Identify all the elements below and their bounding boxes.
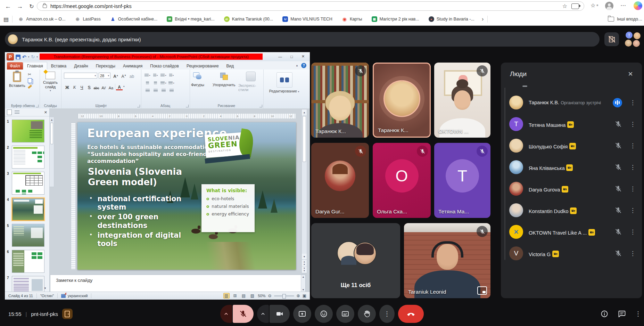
chat-icon[interactable] [618, 310, 626, 318]
zoom-out-icon[interactable]: ⊖ [268, 293, 272, 298]
overflow-tile-more-people[interactable]: Ще 11 осіб [311, 223, 400, 298]
mic-toggle-button[interactable] [233, 305, 254, 323]
tab-slideshow[interactable]: Показ слайдов [146, 62, 183, 70]
powerpoint-logo-icon[interactable]: P [7, 53, 14, 60]
meeting-details-icon[interactable] [600, 310, 609, 318]
tiles-off-icon[interactable] [604, 32, 619, 46]
scroll-down-icon[interactable]: ▼ [302, 254, 307, 260]
qat-customize-icon[interactable]: ▾ [36, 56, 38, 58]
dialog-launcher-icon[interactable] [186, 105, 189, 107]
shrink-font-icon[interactable]: A▼ [121, 72, 127, 79]
participant-row[interactable]: Яна Кліванська ⋮ [501, 156, 642, 178]
bookmark-item[interactable]: ♟ Особистий кабіне... [110, 16, 158, 22]
meeting-room-icon[interactable] [62, 309, 73, 319]
bookmark-item[interactable]: ◉ Карты [342, 16, 362, 22]
video-tile-tetyana[interactable]: T Тетяна Ма... [434, 143, 490, 218]
tab-camera-icon[interactable] [571, 3, 579, 9]
forward-icon[interactable]: → [15, 2, 24, 11]
participant-row[interactable]: T Тетяна Машина ⋮ [501, 113, 642, 135]
camera-toggle-button[interactable] [270, 305, 290, 323]
next-slide-icon[interactable]: ▼▼ [302, 266, 307, 273]
participant-menu-icon[interactable]: ⋮ [630, 185, 636, 193]
shapes-button[interactable]: Фигуры [191, 72, 204, 87]
captions-button[interactable] [336, 305, 354, 323]
tab-design[interactable]: Дизайн [70, 62, 92, 70]
close-pane-icon[interactable]: ✕ [44, 110, 47, 115]
participant-menu-icon[interactable]: ⋮ [630, 228, 636, 236]
participant-row[interactable]: Darya Gurova ⋮ [501, 178, 642, 199]
font-color-button[interactable]: A [116, 83, 123, 90]
grow-font-icon[interactable]: A▲ [113, 72, 119, 79]
change-case-button[interactable]: Aa [108, 83, 114, 90]
strikethrough-button[interactable]: abc [93, 83, 100, 90]
font-name-combo[interactable]: ▾ [64, 73, 97, 79]
participant-row[interactable]: Konstantin Dudko ⋮ [501, 199, 642, 221]
undo-icon[interactable]: ↶ [22, 55, 26, 59]
align-center-icon[interactable] [152, 88, 159, 93]
bookmarks-overflow-icon[interactable]: › [482, 16, 484, 23]
thumbnails-scrollbar[interactable]: ▲ [49, 117, 54, 187]
text-direction-icon[interactable]: ▾ [168, 72, 175, 78]
bookmark-item[interactable]: iD Karina Taraniuk (00... [224, 16, 273, 22]
mic-off-icon[interactable] [614, 163, 622, 171]
character-spacing-button[interactable]: AV [100, 83, 107, 90]
reading-view-icon[interactable]: ▤ [241, 293, 247, 299]
mic-off-icon[interactable] [614, 250, 622, 257]
save-icon[interactable] [16, 55, 20, 59]
close-panel-icon[interactable]: ✕ [626, 70, 635, 79]
find-button[interactable] [276, 72, 292, 88]
bullets-icon[interactable]: ▾ [144, 72, 151, 78]
scroll-up-icon[interactable]: ▲ [50, 117, 54, 122]
participant-menu-icon[interactable]: ⋮ [630, 164, 636, 171]
align-left-icon[interactable] [144, 88, 151, 93]
other-bookmarks[interactable]: Інші вподобання [608, 17, 644, 22]
camera-options-icon[interactable] [257, 305, 269, 323]
bookmark-item[interactable]: ⊕ LastPass [75, 16, 100, 22]
bold-button[interactable]: Ж [64, 83, 71, 90]
video-tile-olga[interactable]: O Ольга Ска... [373, 143, 431, 218]
columns-icon[interactable]: ▾ [160, 80, 167, 86]
slide-thumbnail[interactable]: 5 [12, 224, 44, 247]
decrease-indent-icon[interactable] [144, 80, 151, 86]
undo-dropdown-icon[interactable]: ▾ [28, 56, 30, 58]
scroll-thumb[interactable] [303, 116, 306, 162]
leave-call-button[interactable] [398, 305, 424, 323]
help-icon[interactable]: ? [301, 63, 306, 68]
mic-off-icon[interactable] [614, 120, 622, 128]
mic-options-icon[interactable] [220, 305, 232, 323]
scroll-up-icon[interactable]: ▲ [302, 109, 307, 115]
shadow-button[interactable]: S [86, 83, 92, 90]
participant-row[interactable]: ✕ OKTOWN Travel Like A ... ⋮ [501, 221, 642, 243]
pip-icon[interactable] [477, 286, 487, 295]
redo-icon[interactable]: ↻ [31, 55, 35, 59]
normal-view-icon[interactable]: ▥ [223, 293, 230, 299]
previous-slide-icon[interactable]: ▲▲ [302, 260, 307, 266]
increase-indent-icon[interactable] [152, 80, 159, 86]
mic-off-icon[interactable] [614, 142, 622, 149]
format-painter-icon[interactable] [28, 85, 32, 89]
tab-view[interactable]: Вид [223, 62, 238, 70]
profile-avatar[interactable] [605, 2, 613, 10]
back-icon[interactable]: ← [3, 2, 13, 11]
video-tile-taraniuk-speaking[interactable]: Таранюк К... [373, 63, 431, 138]
slide-canvas[interactable]: European experience Eco hotels & sustain… [77, 122, 296, 270]
participant-menu-icon[interactable]: ⋮ [630, 99, 636, 106]
url-text[interactable]: https://meet.google.com/pnt-isnf-pks [50, 3, 132, 9]
participant-row[interactable]: Таранюк К.В. Організатор зустрічі ⋮ [501, 92, 642, 113]
spellcheck-icon[interactable] [61, 294, 66, 298]
participant-menu-icon[interactable]: ⋮ [630, 250, 636, 257]
participant-menu-icon[interactable]: ⋮ [630, 121, 636, 128]
mic-off-icon[interactable] [614, 185, 622, 193]
dialog-launcher-icon[interactable] [259, 105, 262, 107]
slides-tab-icon[interactable] [7, 109, 12, 115]
slideshow-icon[interactable]: ▧ [249, 293, 256, 299]
lock-icon[interactable] [43, 5, 47, 8]
mic-off-icon[interactable] [614, 206, 622, 214]
zoom-slider[interactable] [274, 295, 294, 296]
dialog-launcher-icon[interactable] [36, 105, 39, 107]
paste-button[interactable]: Вставить [9, 72, 25, 88]
browser-menu-icon[interactable]: ⋯ [620, 2, 626, 9]
maximize-button[interactable]: □ [287, 53, 296, 60]
clear-formatting-icon[interactable]: ab [129, 72, 135, 79]
participants-avatar-cluster[interactable]: T [624, 32, 643, 47]
